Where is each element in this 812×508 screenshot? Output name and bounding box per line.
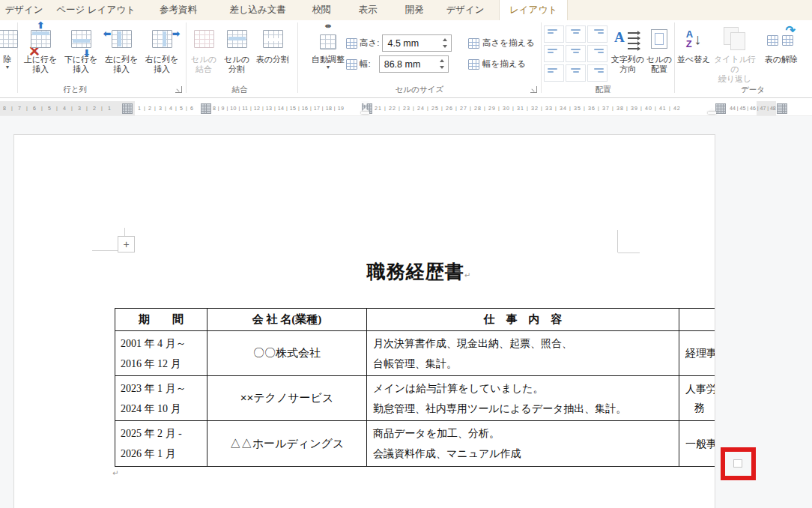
- work-cell[interactable]: メインは給与計算をしていました。 勤怠管理、社内専用ツールによるデータ抽出、集計…: [367, 376, 679, 421]
- document-title[interactable]: 職務経歴書↵: [127, 259, 711, 284]
- margin-crop-mark: [618, 253, 640, 253]
- ruler-table-column-marker[interactable]: [715, 103, 726, 114]
- dropdown-arrow-icon: ▼: [326, 64, 331, 70]
- row-height-control: 高さ:: [346, 34, 452, 52]
- align-center-left-button[interactable]: [544, 45, 564, 62]
- insert-column-right-button[interactable]: ➡ 右に列を 挿入: [142, 23, 181, 85]
- document-page[interactable]: + 職務経歴書↵ 期 間 会 社 名(業種) 仕 事 内 容 職種 2001 年…: [13, 134, 715, 508]
- indent-marker[interactable]: [708, 112, 716, 114]
- work-cell[interactable]: 商品データを加工、分析。 会議資料作成、マニュアル作成: [367, 421, 679, 467]
- group-divider: [186, 22, 187, 93]
- rows-cols-dialog-launcher[interactable]: [175, 86, 182, 93]
- distribute-columns-button[interactable]: 幅を揃える: [468, 55, 526, 73]
- text-direction-icon: A: [610, 23, 646, 55]
- align-center-right-button[interactable]: [587, 45, 608, 62]
- autofit-button[interactable]: ⇹ 自動調整 ▼: [307, 23, 349, 85]
- text-direction-button[interactable]: A 文字列の 方向: [610, 23, 646, 85]
- period-cell[interactable]: 2001 年 4 月～ 2016 年 12 月: [115, 331, 207, 376]
- resume-table: 期 間 会 社 名(業種) 仕 事 内 容 職種 2001 年 4 月～ 201…: [115, 308, 715, 467]
- split-cells-button[interactable]: セルの 分割: [220, 23, 253, 85]
- horizontal-ruler[interactable]: 8 | 7 | 6 | 5 | 4 | 3 | 2 | 1 1 | 2 | 3 …: [0, 101, 812, 116]
- insert-row-below-button[interactable]: ⬇ 下に行を 挿入: [61, 23, 100, 85]
- cell-margins-icon: [644, 23, 674, 55]
- dropdown-arrow-icon: ▼: [5, 64, 10, 70]
- cell-size-group-label: セルのサイズ: [352, 85, 487, 95]
- cell-margins-button[interactable]: セルの 配置: [644, 23, 674, 85]
- repeat-header-rows-button[interactable]: タイトル行の 繰り返し: [712, 23, 758, 85]
- work-line: 会議資料作成、マニュアル作成: [367, 444, 679, 464]
- insert-column-left-icon: ⬅: [102, 23, 141, 55]
- period-cell[interactable]: 2023 年 1 月～ 2024 年 10 月: [115, 376, 207, 421]
- company-cell[interactable]: △△ホールディングス: [207, 421, 367, 467]
- sort-button[interactable]: AZ ↓ 並べ替え: [676, 23, 712, 85]
- header-cell-period[interactable]: 期 間: [115, 309, 207, 331]
- left-indent-marker[interactable]: [361, 112, 369, 114]
- sort-az-icon: AZ ↓: [676, 23, 712, 55]
- height-spin-down-button[interactable]: [443, 45, 447, 48]
- table-move-handle[interactable]: +: [118, 236, 135, 253]
- company-cell[interactable]: 〇〇株式会社: [207, 331, 367, 376]
- tab-page-layout[interactable]: ページ レイアウト: [54, 0, 138, 20]
- distribute-rows-button[interactable]: 高さを揃える: [468, 34, 535, 52]
- data-group-label: データ: [697, 85, 809, 95]
- table-row: 2025 年 2 月 - 2026 年 1 月 △△ホールディングス 商品データ…: [115, 421, 716, 467]
- company-cell[interactable]: ××テクノサービス: [207, 376, 367, 421]
- convert-to-text-icon: ↷: [758, 23, 805, 55]
- document-area: + 職務経歴書↵ 期 間 会 社 名(業種) 仕 事 内 容 職種 2001 年…: [0, 116, 812, 508]
- column-width-input[interactable]: [380, 59, 434, 70]
- row-height-input[interactable]: [383, 38, 437, 49]
- align-top-left-button[interactable]: [544, 25, 564, 43]
- split-table-button[interactable]: 表の分割: [252, 23, 294, 85]
- period-cell[interactable]: 2025 年 2 月 - 2026 年 1 月: [115, 421, 207, 467]
- jobtype-cell[interactable]: 一般事務: [679, 421, 716, 467]
- row-height-spinner: [382, 34, 452, 52]
- period-line: 2016 年 12 月: [115, 354, 207, 374]
- paragraph-mark-icon: ↵: [112, 469, 118, 477]
- ribbon-layout-tab: ✕ 除 ▼ ⬆ 上に行を 挿入 ⬇ 下に行を 挿入 ⬅ 左に列を 挿: [0, 20, 812, 98]
- ruler-numbers: 21 | 22 | 23 | 24 | 25 | 26 | 27 | 28 | …: [375, 106, 713, 111]
- tab-developer[interactable]: 開発: [396, 0, 433, 20]
- header-cell-company[interactable]: 会 社 名(業種): [207, 309, 367, 331]
- tab-table-design[interactable]: デザイン: [442, 0, 488, 20]
- annotation-highlight-box: [721, 447, 756, 480]
- width-spin-down-button[interactable]: [440, 66, 444, 69]
- work-line: メインは給与計算をしていました。: [367, 378, 679, 399]
- work-cell[interactable]: 月次決算書作成、現金出納、起票、照合、 台帳管理、集計。: [367, 331, 679, 376]
- align-bottom-center-button[interactable]: [566, 64, 586, 82]
- height-spin-up-button[interactable]: [443, 38, 447, 41]
- tab-design-doc[interactable]: デザイン: [3, 0, 45, 20]
- align-top-right-button[interactable]: [587, 25, 608, 43]
- tab-table-layout[interactable]: レイアウト: [499, 0, 568, 20]
- merge-cells-button[interactable]: セルの 結合: [187, 23, 220, 85]
- align-top-center-button[interactable]: [566, 25, 586, 43]
- row-end-marker[interactable]: [733, 459, 742, 468]
- insert-row-above-button[interactable]: ⬆ 上に行を 挿入: [21, 23, 60, 85]
- header-cell-jobtype[interactable]: 職種: [679, 309, 716, 331]
- ruler-table-column-marker[interactable]: [777, 103, 787, 114]
- align-bottom-left-button[interactable]: [544, 64, 564, 82]
- insert-row-above-icon: ⬆: [21, 23, 60, 55]
- cell-size-dialog-launcher[interactable]: [530, 86, 537, 93]
- header-cell-work[interactable]: 仕 事 内 容: [367, 309, 679, 331]
- jobtype-cell[interactable]: 経理事務: [679, 331, 716, 376]
- align-center-button[interactable]: [566, 45, 586, 62]
- table-header-row: 期 間 会 社 名(業種) 仕 事 内 容 職種: [115, 309, 716, 331]
- jobtype-cell[interactable]: 人事労務事 務: [679, 376, 716, 421]
- job-line: 務: [679, 399, 715, 417]
- repeat-header-rows-icon: [712, 23, 758, 55]
- period-line: 2001 年 4 月～: [115, 333, 207, 354]
- tab-mailings[interactable]: 差し込み文書: [219, 0, 297, 20]
- tab-review[interactable]: 校閲: [303, 0, 340, 20]
- ruler-table-column-marker[interactable]: [122, 103, 133, 114]
- align-bottom-right-button[interactable]: [587, 64, 608, 82]
- width-spin-up-button[interactable]: [440, 59, 444, 62]
- table-row: 2001 年 4 月～ 2016 年 12 月 〇〇株式会社 月次決算書作成、現…: [115, 331, 716, 376]
- period-line: 2023 年 1 月～: [115, 378, 207, 399]
- tab-view[interactable]: 表示: [349, 0, 387, 20]
- tab-references[interactable]: 参考資料: [150, 0, 207, 20]
- rows-cols-group-label: 行と列: [15, 85, 135, 95]
- convert-to-text-button[interactable]: ↷ 表の解除: [758, 23, 805, 85]
- ruler-table-column-marker[interactable]: [201, 103, 211, 114]
- job-line: 一般事務: [679, 435, 715, 453]
- insert-column-left-button[interactable]: ⬅ 左に列を 挿入: [102, 23, 141, 85]
